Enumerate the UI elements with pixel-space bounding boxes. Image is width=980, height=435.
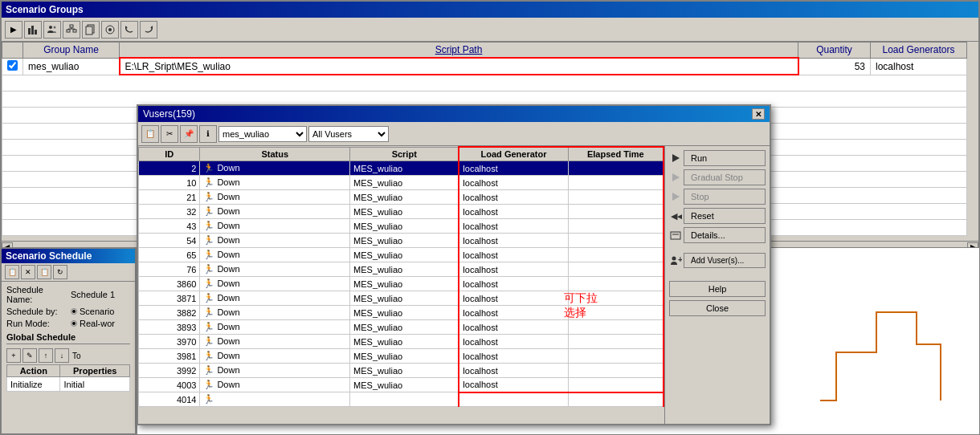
undo-icon-button[interactable] [120, 21, 138, 39]
vuser-id-cell: 32 [139, 205, 200, 219]
delete-schedule-btn[interactable]: ✕ [21, 265, 35, 279]
vuser-table-row-partial: 4014 🏃 [139, 392, 664, 407]
vuser-loadgen-cell: localhost [459, 364, 568, 378]
new-schedule-btn[interactable]: 📋 [5, 265, 19, 279]
global-schedule-label: Global Schedule [6, 331, 130, 344]
scenario-groups-title: Scenario Groups [2, 2, 978, 18]
run-icon [669, 152, 682, 165]
run-mode-value: Real-wor [80, 319, 115, 328]
dialog-close-button[interactable]: ✕ [752, 108, 765, 120]
vuser-loadgen-cell: localhost [459, 320, 568, 335]
vusers-actions: Run Gradual Stop Stop [665, 146, 770, 424]
play-button[interactable]: ▶ [5, 21, 22, 39]
vuser-table-row: 2 🏃Down MES_wuliao localhost [139, 161, 664, 176]
stop-button[interactable]: Stop [684, 189, 766, 205]
vuser-script-cell: MES_wuliao [350, 306, 459, 320]
vuser-script-cell: MES_wuliao [350, 277, 459, 291]
vuser-table-row: 10 🏃Down MES_wuliao localhost [139, 176, 664, 190]
vuser-status-cell: 🏃Down [200, 190, 350, 205]
schedule-by-label: Schedule by: [6, 307, 71, 316]
schedule-name-label: Schedule Name: [6, 285, 71, 304]
gs-up-btn[interactable]: ↑ [39, 348, 53, 363]
properties-col-header: Properties [60, 365, 130, 377]
svg-rect-0 [28, 28, 31, 35]
vuser-id-cell: 76 [139, 262, 200, 277]
redo-icon-button[interactable] [140, 21, 157, 39]
copy-icon-button[interactable] [82, 21, 100, 39]
run-button[interactable]: Run [684, 150, 766, 166]
col-script-path[interactable]: Script Path [120, 43, 798, 59]
vuser-status-cell: 🏃Down [200, 277, 350, 291]
gs-add-btn[interactable]: + [6, 348, 21, 363]
row-checkbox[interactable] [7, 60, 18, 71]
vuser-status-cell: 🏃Down [200, 161, 350, 176]
gs-down-btn[interactable]: ↓ [55, 348, 69, 363]
vuser-cut-btn[interactable]: ✂ [161, 125, 178, 143]
vuser-status-cell: 🏃Down [200, 335, 350, 349]
col-quantity[interactable]: Quantity [798, 43, 871, 59]
add-vuser-row: + Add Vuser(s)... [669, 253, 766, 268]
svg-rect-13 [86, 26, 92, 35]
stop-icon [669, 190, 682, 203]
filter-dropdown[interactable]: All Vusers [308, 126, 389, 142]
vuser-paste-btn[interactable]: 📌 [180, 125, 198, 143]
reset-icon: ◀◀ [669, 209, 682, 222]
elapsed-header: Elapsed Time [568, 147, 664, 161]
gs-to-label: To [72, 352, 81, 360]
script-dropdown[interactable]: mes_wuliao [218, 126, 307, 142]
vusers-scroll-area[interactable]: ID Status Script Load Generator Elapsed … [138, 146, 664, 424]
vuser-status-cell: 🏃Down [200, 378, 350, 392]
details-row: Details... [669, 227, 766, 243]
run-mode-radio[interactable] [71, 320, 77, 327]
svg-point-15 [108, 28, 112, 31]
reset-button[interactable]: Reset [684, 208, 766, 224]
vuser-loadgen-cell: localhost [459, 248, 568, 262]
bar-chart-icon-button[interactable] [24, 21, 42, 39]
vuser-elapsed-cell [568, 248, 664, 262]
vuser-copy-btn[interactable]: 📋 [141, 125, 159, 143]
vuser-table-row: 32 🏃Down MES_wuliao localhost [139, 205, 664, 219]
tree-icon-button[interactable] [63, 21, 80, 39]
svg-marker-17 [150, 26, 153, 28]
col-group-name[interactable]: Group Name [23, 43, 120, 59]
details-button[interactable]: Details... [684, 227, 766, 243]
vuser-table-row: 3970 🏃Down MES_wuliao localhost [139, 335, 664, 349]
close-button[interactable]: Close [669, 300, 766, 316]
annotation-text: 可下拉 选择 [564, 291, 598, 319]
record-icon-button[interactable] [101, 21, 119, 39]
vuser-table-row: 4003 🏃Down MES_wuliao localhost [139, 378, 664, 392]
vuser-loadgen-cell: localhost [459, 277, 568, 291]
vuser-elapsed-cell [568, 176, 664, 190]
vuser-script-cell: MES_wuliao [350, 262, 459, 277]
vuser-loadgen-cell: localhost [459, 306, 568, 320]
gs-edit-btn[interactable]: ✎ [22, 348, 37, 363]
load-gen-cell: localhost [871, 58, 967, 75]
vuser-status-cell: 🏃Down [200, 176, 350, 190]
vuser-info-btn[interactable]: ℹ [199, 125, 217, 143]
vuser-elapsed-cell [568, 219, 664, 234]
vuser-script-cell: MES_wuliao [350, 320, 459, 335]
run-row: Run [669, 150, 766, 166]
gradual-stop-button[interactable]: Gradual Stop [684, 169, 766, 185]
vuser-status-cell: 🏃Down [200, 205, 350, 219]
col-load-generators[interactable]: Load Generators [871, 43, 967, 59]
add-vuser-button[interactable]: Add Vuser(s)... [684, 253, 766, 268]
add-vuser-icon: + [669, 254, 682, 267]
scenario-schedule-panel: Scenario Schedule 📋 ✕ 📋 ↻ Schedule Name:… [0, 247, 137, 435]
refresh-btn[interactable]: ↻ [53, 265, 67, 279]
help-button[interactable]: Help [669, 281, 766, 297]
status-header: Status [200, 147, 350, 161]
vuser-elapsed-cell [568, 349, 664, 364]
vuser-id-cell: 3860 [139, 277, 200, 291]
vuser-script-cell: MES_wuliao [350, 364, 459, 378]
schedule-by-radio[interactable] [71, 308, 77, 315]
table-row [2, 75, 978, 91]
vuser-table-row: 3981 🏃Down MES_wuliao localhost [139, 349, 664, 364]
svg-rect-1 [31, 26, 34, 35]
copy-schedule-btn[interactable]: 📋 [37, 265, 51, 279]
svg-point-4 [54, 26, 56, 28]
people-icon-button[interactable] [43, 21, 61, 39]
vuser-status-cell: 🏃Down [200, 248, 350, 262]
vuser-elapsed-cell [568, 190, 664, 205]
vuser-script-cell: MES_wuliao [350, 205, 459, 219]
